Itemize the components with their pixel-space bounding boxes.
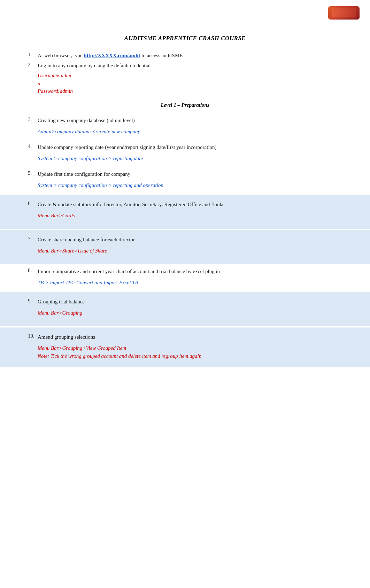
logo-image (332, 8, 356, 17)
item-row: 7. Create share opening balance for each… (28, 234, 342, 244)
item-number: 6. (28, 201, 38, 206)
item-text: Import comparative and current year char… (38, 267, 342, 276)
item-text: Creating new company database (admin lev… (38, 116, 342, 125)
item-content: Log in to any company by using the defau… (38, 62, 342, 70)
item-content: At web browser, type http://XXXXX.com/au… (38, 52, 342, 60)
item-path: Menu Bar>Share>Issue of Share (38, 247, 342, 255)
item-number: 10. (28, 333, 38, 339)
username-line: Username:admi (38, 71, 342, 80)
list-item-3: 3. Creating new company database (admin … (28, 114, 342, 136)
item-path: System > company configuration > reporti… (38, 154, 342, 163)
item-text: Amend grouping selections (38, 333, 342, 341)
item-path: TB > Import TB> Convert and Import Excel… (38, 279, 342, 287)
items-container: 3. Creating new company database (admin … (28, 114, 342, 367)
item-number: 1. (28, 52, 38, 58)
list-item-10: 10. Amend grouping selections Menu Bar>G… (0, 327, 370, 367)
item-text: Create & update statutory info: Director… (38, 201, 342, 209)
list-item-9: 9. Grouping trial balance Menu Bar>Group… (0, 292, 370, 326)
item-number: 5. (28, 170, 38, 176)
item-text: Grouping trial balance (38, 298, 342, 306)
page-title: AUDITSME APPRENTICE CRASH COURSE (28, 35, 342, 42)
item-row: 8. Import comparative and current year c… (28, 265, 342, 276)
list-item-6: 6. Create & update statutory info: Direc… (0, 195, 370, 229)
list-item-7: 7. Create share opening balance for each… (0, 230, 370, 264)
password-line: Password:admin (38, 87, 342, 95)
item-row: 10. Amend grouping selections (28, 331, 342, 342)
section-heading: Level 1 – Preparations (28, 102, 342, 108)
list-item: 1. At web browser, type http://XXXXX.com… (28, 52, 342, 60)
list-item-5: 5. Update first time configuration for c… (28, 168, 342, 189)
item-row: 5. Update first time configuration for c… (28, 168, 342, 179)
list-item: 2. Log in to any company by using the de… (28, 62, 342, 70)
username-cont-line: n (38, 80, 342, 88)
item-number: 4. (28, 143, 38, 149)
item-number: 9. (28, 298, 38, 304)
item-row: 9. Grouping trial balance (28, 296, 342, 307)
list-item-8: 8. Import comparative and current year c… (28, 265, 342, 287)
item-number: 7. (28, 236, 38, 242)
item-text: Update first time configuration for comp… (38, 170, 342, 178)
logo (328, 6, 360, 20)
item-path: Menu Bar>Grouping>View Grouped Item Note… (38, 344, 342, 360)
item-path: System > company configuration > reporti… (38, 181, 342, 189)
item-path: Menu Bar>Grouping (38, 309, 342, 317)
credential-block: Username:admi n Password:admin (38, 71, 342, 95)
list-item-4: 4. Update company reporting date (year e… (28, 141, 342, 163)
item-path: Menu Bar>Cards (38, 212, 342, 220)
url-link[interactable]: http://XXXXX.com/audit (84, 53, 140, 58)
item-number: 2. (28, 62, 38, 68)
item-text: Update company reporting date (year end/… (38, 143, 342, 151)
item-text: Create share opening balance for each di… (38, 236, 342, 244)
item-row: 4. Update company reporting date (year e… (28, 141, 342, 152)
item-number: 3. (28, 116, 38, 122)
item-row: 3. Creating new company database (admin … (28, 114, 342, 125)
item-row: 6. Create & update statutory info: Direc… (28, 198, 342, 209)
item-path: Admin>company database>create new compan… (38, 128, 342, 136)
item-number: 8. (28, 267, 38, 273)
